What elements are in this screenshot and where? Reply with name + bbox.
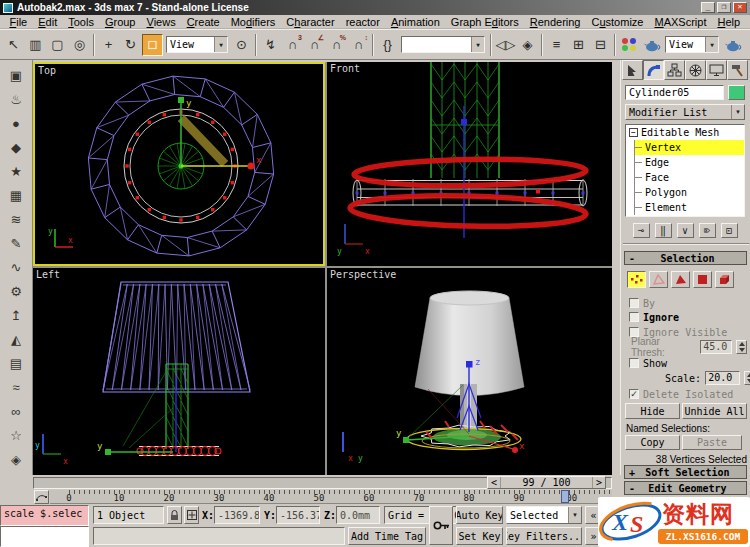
named-selection-sets-dropdown[interactable]: ▼ [401,36,485,53]
menu-file[interactable]: File [4,16,33,28]
menu-modifiers[interactable]: Modifiers [225,16,281,28]
time-slider-thumb[interactable]: < 99 / 100 > [487,476,606,489]
menu-create[interactable]: Create [181,16,225,28]
shelf-pen-icon[interactable]: ✎ [4,232,28,254]
track-bar-frame-marker[interactable] [561,490,569,503]
shelf-teapot-icon[interactable]: ♨ [4,88,28,110]
menu-reactor[interactable]: reactor [340,16,385,28]
maxscript-listener-macro[interactable]: scale $.selec [0,505,89,526]
auto-key-button[interactable]: Auto Key [456,506,503,524]
configure-modifier-sets-button[interactable]: ⊡ [721,223,738,238]
menu-character[interactable]: Character [281,16,340,28]
soft-sel-scale-spinner[interactable] [744,371,750,385]
shelf-spring-icon[interactable]: ≋ [4,208,28,230]
material-editor-button[interactable] [619,34,640,56]
tab-hierarchy[interactable] [664,60,685,80]
paste-button[interactable]: Paste [682,435,742,450]
tab-display[interactable] [706,60,727,80]
menu-rendering[interactable]: Rendering [524,16,586,28]
show-end-result-button[interactable]: ‖ [655,223,672,238]
stack-item-edge[interactable]: Edge [635,155,744,170]
soft-sel-scale-field[interactable]: 20.0 [705,371,740,385]
vertex-mode-button[interactable] [627,271,646,288]
edit-geometry-rollout-header[interactable]: - Edit Geometry [624,481,747,495]
menu-help[interactable]: Help [712,16,746,28]
close-button[interactable]: ✕ [733,2,747,13]
tab-modify[interactable] [643,60,664,80]
viewport-front-label[interactable]: Front [330,63,360,74]
object-color-swatch[interactable] [728,85,745,100]
rectangular-selection-region-button[interactable]: ▢ [47,34,68,56]
use-pivot-point-center-button[interactable]: ⊙ [231,34,252,56]
shelf-sheet-icon[interactable]: ▤ [4,352,28,374]
select-by-name-button[interactable]: ▥ [25,34,46,56]
shelf-shapes-icon[interactable]: ◈ [4,448,28,470]
planar-thresh-spinner[interactable] [736,340,747,354]
tab-create[interactable] [622,60,643,80]
angle-snap-toggle-button[interactable]: ∩∠ [304,34,325,56]
selection-lock-button[interactable] [167,506,182,524]
shelf-gear-icon[interactable]: ⚙ [4,280,28,302]
menu-edit[interactable]: Edit [33,16,63,28]
percent-snap-toggle-button[interactable]: ∩% [326,34,347,56]
snap-toggle-3d-button[interactable]: ∩3 [282,34,303,56]
next-frame-button[interactable]: > [592,477,605,488]
stack-item-root[interactable]: −Editable Mesh [626,125,744,140]
shelf-sphere-icon[interactable]: ● [4,112,28,134]
viewport-perspective[interactable]: Perspective zyxxy [327,268,612,477]
shelf-figure-icon[interactable]: ☆ [4,424,28,446]
tab-utilities[interactable] [727,60,748,80]
shelf-compound-objects-icon[interactable]: ▦ [4,184,28,206]
maxscript-listener-input[interactable] [0,526,89,547]
delete-isolated-checkbox[interactable] [629,389,639,399]
shelf-wave-icon[interactable]: ∿ [4,256,28,278]
viewport-top[interactable]: Top yxyx [33,62,325,266]
shelf-camera-icon[interactable]: ◭ [4,328,28,350]
selection-filter-button[interactable]: ◎ [69,34,90,56]
add-time-tag-button[interactable]: Add Time Tag [348,527,426,545]
render-scene-dialog-button[interactable] [641,34,662,56]
align-button[interactable]: ◈ [517,34,538,56]
select-and-move-button[interactable]: + [98,34,119,56]
edge-mode-button[interactable] [649,271,668,288]
soft-selection-rollout-header[interactable]: + Soft Selection [624,465,747,479]
viewport-left-label[interactable]: Left [36,269,60,280]
shelf-pyramid-icon[interactable]: ◆ [4,136,28,158]
mini-curve-editor-button[interactable] [34,490,49,504]
schematic-view-button[interactable]: ⊟ [590,34,611,56]
menu-tools[interactable]: Tools [63,16,100,28]
y-coord-field[interactable]: -156.37 [276,506,320,524]
menu-graph-editors[interactable]: Graph Editors [445,16,524,28]
copy-button[interactable]: Copy [625,435,680,450]
menu-group[interactable]: Group [99,16,141,28]
set-key-big-button[interactable] [429,506,453,545]
stack-item-polygon[interactable]: Polygon [635,185,744,200]
restore-button[interactable]: ❐ [717,2,731,13]
collapse-icon[interactable]: − [629,128,638,137]
hide-button[interactable]: Hide [625,403,680,419]
viewport-front[interactable]: Front yx [327,62,612,266]
stack-item-element[interactable]: Element [635,200,744,215]
select-and-rotate-button[interactable]: ↻ [120,34,141,56]
shelf-primitives-icon[interactable]: ▣ [4,64,28,86]
viewport-left[interactable]: Left yyx [33,268,325,477]
previous-frame-button[interactable]: < [488,477,501,488]
polygon-mode-button[interactable] [693,271,712,288]
stack-item-face[interactable]: Face [635,170,744,185]
select-and-scale-button[interactable]: □ [142,34,163,56]
show-checkbox[interactable] [629,358,639,368]
minimize-button[interactable]: _ [701,2,715,13]
tab-motion[interactable] [685,60,706,80]
remove-modifier-button[interactable]: ⌦ [699,223,716,238]
menu-views[interactable]: Views [141,16,181,28]
shelf-star-icon[interactable]: ★ [4,160,28,182]
curve-editor-button[interactable]: ⊞ [568,34,589,56]
layer-manager-button[interactable]: ≡ [546,34,567,56]
track-bar[interactable]: 0102030405060708090100 [50,490,612,504]
shelf-ripple-icon[interactable]: ≈ [4,376,28,398]
element-mode-button[interactable] [715,271,734,288]
select-object-button[interactable]: ↖ [3,34,24,56]
x-coord-field[interactable]: -1369.8 [214,506,260,524]
quick-render-button[interactable] [722,34,743,56]
mirror-button[interactable]: ◁▷ [495,34,516,56]
